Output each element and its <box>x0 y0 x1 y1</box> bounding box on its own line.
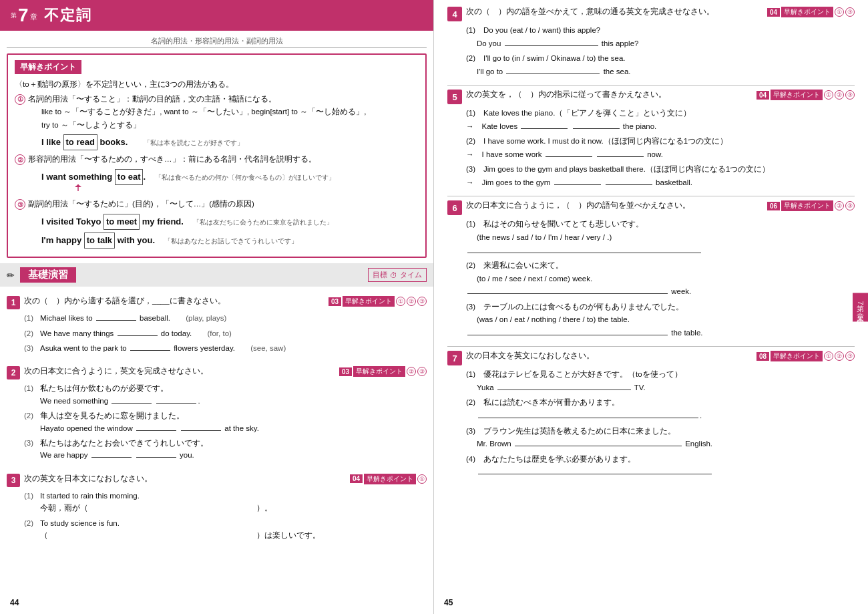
ex5-block: 5 次の英文を，（ ）内の指示に従って書きかえなさい。 04 早解きポイント ①… <box>447 90 855 189</box>
ex4-item2: (2) I'll go to (in / swim / Okinawa / to… <box>466 52 855 78</box>
item3-example2: I'm happy to talk with you. 「私はあなたとお話しでき… <box>41 233 333 249</box>
ex6-i2-blank <box>467 293 668 294</box>
ex6-min: 06 <box>767 202 780 210</box>
item3-note1: 「私は友だちに会うために東京を訪れました」 <box>193 218 333 226</box>
ex2-num: 2 <box>7 366 20 379</box>
section-icon: ✏ <box>7 270 15 281</box>
ex2-i3-b2 <box>136 457 176 458</box>
ex6-item2: (2) 来週私に会いに来て。 (to / me / see / next / c… <box>466 259 855 299</box>
hayatoki-item-2: ② 形容詞的用法「〜するための，すべき…」：前にある名詞・代名詞を説明する。 I… <box>15 153 419 196</box>
ex5-i3-b1 <box>554 184 601 185</box>
ex2-hayatoki: 早解きポイント <box>353 366 405 377</box>
ex4-i2-blank <box>506 73 600 74</box>
ex3-instruction: 次の英文を日本文になおしなさい。 <box>24 474 350 484</box>
ex2-min: 03 <box>339 367 352 376</box>
chapter-subtitle: 名詞的用法・形容詞的用法・副詞的用法 <box>7 33 427 48</box>
ex7-item3: (3) ブラウン先生は英語を教えるために日本に来ました。 Mr. Brown E… <box>466 425 855 451</box>
ex4-hayatoki: 早解きポイント <box>781 7 833 17</box>
right-page-number: 45 <box>444 598 453 607</box>
ex5-i2-b2 <box>597 156 644 157</box>
ex2-i1-b2 <box>156 403 196 404</box>
divider-2 <box>447 196 855 196</box>
ex1-i2-content: We have many things do today. (for, to) <box>40 327 427 339</box>
ex1-i3-hint: (see, saw) <box>250 344 286 352</box>
ex5-i1-b1 <box>521 128 568 129</box>
ex7-i4-blank <box>478 474 712 474</box>
ex3-i2-num: (2) <box>24 517 40 529</box>
item1-note: 「私は本を読むことが好きです」 <box>144 139 244 146</box>
ex7-b1: ① <box>824 351 833 361</box>
ex7-instruction: 次の日本文を英文になおしなさい。 <box>466 351 752 361</box>
ex6-hayatoki: 早解きポイント <box>781 200 833 211</box>
ex3-i2-en: To study science is fun. <box>40 517 320 529</box>
hayatoki-title: 早解きポイント <box>15 60 81 74</box>
item3-tomeet: to meet <box>103 214 140 230</box>
ex5-item3: (3) Jim goes to the gym and plays basket… <box>466 163 855 189</box>
ex5-b2: ② <box>835 90 844 100</box>
ex1-b2: ② <box>407 297 416 306</box>
ex7-b3: ③ <box>845 351 855 361</box>
ex5-b1: ① <box>824 90 833 100</box>
section-title: 基礎演習 <box>20 267 76 283</box>
svg-marker-1 <box>75 184 81 187</box>
ex2-i3-num: (3) <box>24 437 40 449</box>
ex2-i1-en: We need something . <box>40 395 200 407</box>
ex3-item1: (1) It started to rain this morning. 今朝，… <box>24 490 427 514</box>
ex2-points: 03 早解きポイント ② ③ <box>339 366 427 377</box>
ex5-item2: (2) I have some work. I must do it now.（… <box>466 135 855 161</box>
ex5-i1-b2 <box>573 128 620 129</box>
arrow-up-icon <box>68 184 88 192</box>
ex6-num: 6 <box>447 200 462 215</box>
ex7-min: 08 <box>756 352 769 361</box>
ex4-points: 04 早解きポイント ① ③ <box>767 7 855 17</box>
ex6-b3: ③ <box>845 201 855 210</box>
item3-totalk: to talk <box>84 233 115 249</box>
item1-desc: 名詞的用法「〜すること」：動詞の目的語，文の主語・補語になる。 <box>28 95 276 103</box>
ex3-num: 3 <box>7 474 20 487</box>
chapter-number-box: 第 7 章 <box>11 6 37 25</box>
sidebar-label: 第7章 不定詞 <box>853 293 868 321</box>
ex6-block: 6 次の日本文に合うように，（ ）内の語句を並べかえなさい。 06 早解きポイン… <box>447 200 855 339</box>
ex2-item1: (1) 私たちは何か飲むものが必要です。 We need something . <box>24 382 427 407</box>
ex1-min: 03 <box>329 297 341 306</box>
ex3-i1-en: It started to rain this morning. <box>40 490 272 502</box>
ex6-points: 06 早解きポイント ② ③ <box>767 200 855 211</box>
ex1-instruction: 次の（ ）内から適する語を選び，____に書きなさい。 <box>24 296 329 306</box>
ex6-b2: ② <box>835 201 844 210</box>
ex4-item1: (1) Do you (eat / to / want) this apple?… <box>466 24 855 50</box>
chapter-title: 不定詞 <box>44 5 92 25</box>
ex4-min: 04 <box>767 8 780 17</box>
ex4-b1: ① <box>835 7 844 17</box>
ex7-i3-blank <box>515 446 682 446</box>
ex2-i3-b1 <box>91 457 132 458</box>
ex2-item2: (2) 隼人は空を見るために窓を開けました。 Hayato opened the… <box>24 410 427 434</box>
ex2-i2-en: Hayato opened the window at the sky. <box>40 422 259 434</box>
ex7-header: 7 次の日本文を英文になおしなさい。 08 早解きポイント ① ② ③ <box>447 351 855 365</box>
ex4-header: 4 次の（ ）内の語を並べかえて，意味の通る英文を完成させなさい。 04 早解き… <box>447 7 855 21</box>
exercise-2-block: 2 次の日本文に合うように，英文を完成させなさい。 03 早解きポイント ② ③… <box>0 359 433 466</box>
chapter-number: 7 <box>18 6 29 25</box>
ex3-i1-jp: 今朝，雨が（ ）。 <box>40 502 272 514</box>
ex3-item2: (2) To study science is fun. （ ）は楽しいです。 <box>24 517 427 542</box>
ex2-instruction: 次の日本文に合うように，英文を完成させなさい。 <box>24 366 339 376</box>
left-page: 第 7 章 不定詞 名詞的用法・形容詞的用法・副詞的用法 早解きポイント 〈to… <box>0 0 434 614</box>
exercise-3-block: 3 次の英文を日本文になおしなさい。 04 早解きポイント ① (1) It s… <box>0 467 433 547</box>
ex2-i1-num: (1) <box>24 382 40 394</box>
hayatoki-box: 早解きポイント 〈to＋動詞の原形〉を不定詞といい，主に3つの用法がある。 ① … <box>7 53 427 258</box>
right-page: 4 次の（ ）内の語を並べかえて，意味の通る英文を完成させなさい。 04 早解き… <box>434 0 868 614</box>
ex5-hayatoki: 早解きポイント <box>771 90 823 100</box>
circle-num-2: ② <box>15 154 25 165</box>
ex1-i3-blank <box>130 350 170 351</box>
ex5-i2-b1 <box>546 156 592 157</box>
ex6-item1: (1) 私はその知らせを聞いてとても悲しいです。 (the news / sad… <box>466 218 855 257</box>
ex6-instruction: 次の日本文に合うように，（ ）内の語句を並べかえなさい。 <box>466 200 763 210</box>
ex2-i3-jp: 私たちはあなたとお会いできてうれしいです。 <box>40 437 208 449</box>
hayatoki-content: 〈to＋動詞の原形〉を不定詞といい，主に3つの用法がある。 ① 名詞的用法「〜す… <box>15 78 419 250</box>
ex7-hayatoki: 早解きポイント <box>771 351 823 361</box>
item2-note: 「私は食べるための何か〔何か食べるもの〕がほしいです」 <box>155 174 335 181</box>
ex7-item4: (4) あなたたちは歴史を学ぶ必要があります。 <box>466 453 855 479</box>
ex1-item2: (2) We have many things do today. (for, … <box>24 327 427 339</box>
ex3-hayatoki: 早解きポイント <box>364 474 416 484</box>
ex1-i1-hint: (play, plays) <box>186 314 226 322</box>
left-page-number: 44 <box>10 598 19 607</box>
